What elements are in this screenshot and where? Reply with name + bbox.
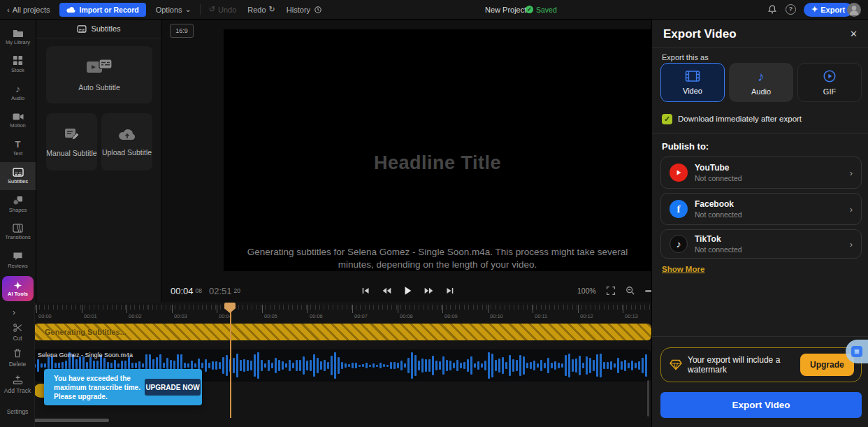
sidebar-item-reviews[interactable]: Reviews bbox=[0, 246, 36, 274]
music-note-icon: ♪ bbox=[758, 70, 765, 83]
publish-target-name: Facebook bbox=[695, 199, 742, 209]
auto-subtitle-label: Auto Subtitle bbox=[78, 83, 120, 92]
subtitles-header-icon bbox=[77, 25, 87, 33]
zoom-level[interactable]: 100% bbox=[577, 287, 596, 295]
upgrade-now-button[interactable]: UPGRADE NOW bbox=[145, 379, 201, 396]
back-to-projects[interactable]: ‹ All projects bbox=[7, 6, 50, 14]
help-button[interactable]: ? bbox=[786, 4, 796, 15]
waveform-bar bbox=[135, 363, 137, 369]
notifications-bell-button[interactable] bbox=[767, 4, 777, 15]
music-note-icon: ♪ bbox=[15, 84, 20, 94]
waveform-bar bbox=[390, 362, 392, 368]
aspect-ratio-button[interactable]: 16:9 bbox=[170, 24, 194, 38]
panel-divider bbox=[652, 336, 868, 337]
chevron-right-icon: › bbox=[850, 168, 853, 178]
waveform-bar bbox=[449, 361, 451, 370]
waveform-bar bbox=[359, 365, 361, 367]
play-button[interactable] bbox=[398, 283, 417, 298]
current-timecode: 00:04 08 bbox=[171, 286, 202, 296]
waveform-bar bbox=[498, 359, 500, 372]
sidebar-item-label: My Library bbox=[6, 39, 30, 45]
import-or-record-button[interactable]: Import or Record bbox=[59, 3, 145, 17]
sidebar-item-motion[interactable]: Motion bbox=[0, 106, 36, 134]
upgrade-button[interactable]: Upgrade bbox=[800, 354, 854, 376]
horizontal-scrollbar[interactable] bbox=[34, 419, 109, 422]
expand-rail-button[interactable]: › bbox=[13, 307, 15, 317]
publish-target-status: Not connected bbox=[695, 174, 742, 182]
sidebar-item-stock[interactable]: Stock bbox=[0, 50, 36, 78]
skip-to-end-button[interactable] bbox=[440, 283, 458, 298]
subtitle-track-clip[interactable]: Generating Subtitles... bbox=[34, 324, 651, 340]
manual-subtitle-label: Manual Subtitle bbox=[46, 149, 96, 157]
video-headline-text: Headline Title bbox=[224, 152, 651, 174]
download-checkbox[interactable]: ✓ bbox=[662, 114, 672, 124]
sidebar-item-ai-tools[interactable]: AI Tools bbox=[2, 276, 34, 301]
download-checkbox-label: Download immediately after export bbox=[678, 115, 802, 123]
fullscreen-icon[interactable] bbox=[606, 286, 616, 296]
waveform-bar bbox=[502, 357, 504, 374]
waveform-bar bbox=[505, 362, 507, 370]
sidebar-item-audio[interactable]: ♪ Audio bbox=[0, 78, 36, 106]
left-sidebar: My Library Stock ♪ Audio Motion T Text S… bbox=[0, 20, 36, 302]
waveform-bar bbox=[320, 361, 322, 370]
upload-cloud-icon bbox=[118, 127, 136, 141]
delete-button[interactable]: Delete bbox=[0, 348, 35, 368]
export-as-label: Export this as bbox=[662, 53, 709, 61]
options-menu[interactable]: Options ⌄ bbox=[156, 5, 191, 14]
fast-forward-button[interactable] bbox=[419, 283, 437, 298]
waveform-bar bbox=[544, 363, 546, 369]
avatar[interactable] bbox=[847, 3, 861, 17]
add-track-button[interactable]: Add Track bbox=[0, 375, 35, 394]
skip-to-start-button[interactable] bbox=[356, 283, 375, 298]
publish-row-tiktok[interactable]: ♪ TikTok Not connected › bbox=[660, 229, 862, 259]
history-button[interactable]: History bbox=[287, 6, 322, 14]
format-option-gif[interactable]: GIF bbox=[797, 63, 862, 102]
waveform-bar bbox=[226, 355, 228, 377]
topbar-export-button[interactable]: ✦ Export bbox=[804, 3, 853, 17]
export-video-button[interactable]: Export Video bbox=[660, 392, 862, 418]
waveform-bar bbox=[257, 352, 259, 379]
waveform-bar bbox=[635, 363, 637, 368]
video-frame[interactable]: Headline Title Generating subtitles for … bbox=[224, 29, 651, 271]
folder-icon bbox=[13, 28, 24, 38]
waveform-bar bbox=[481, 363, 483, 368]
waveform-bar bbox=[201, 363, 203, 368]
floating-shortcuts-widget[interactable]: ▦ bbox=[846, 340, 868, 363]
auto-subtitle-button[interactable]: Auto Subtitle bbox=[46, 46, 152, 103]
waveform-bar bbox=[163, 363, 165, 369]
sidebar-item-subtitles[interactable]: Subtitles bbox=[0, 162, 36, 190]
format-option-audio[interactable]: ♪ Audio bbox=[729, 63, 793, 102]
publish-row-facebook[interactable]: f Facebook Not connected › bbox=[660, 193, 862, 225]
waveform-bar bbox=[411, 352, 413, 379]
cut-button[interactable]: Cut bbox=[0, 323, 35, 342]
waveform-bar bbox=[131, 363, 133, 369]
waveform-bar bbox=[240, 360, 242, 372]
waveform-bar bbox=[299, 360, 301, 370]
sidebar-item-transitions[interactable]: Transitions bbox=[0, 218, 36, 246]
timeline-ruler[interactable] bbox=[35, 305, 651, 321]
waveform-bar bbox=[187, 363, 189, 368]
publish-row-youtube[interactable]: YouTube Not connected › bbox=[660, 157, 862, 189]
settings-button[interactable]: Settings bbox=[0, 408, 35, 415]
format-option-video[interactable]: Video bbox=[660, 63, 725, 102]
upload-subtitle-button[interactable]: Upload Subtitle bbox=[101, 113, 152, 171]
waveform-bar bbox=[212, 361, 214, 369]
close-export-panel-button[interactable]: ✕ bbox=[850, 29, 858, 39]
rewind-button[interactable] bbox=[377, 283, 396, 298]
project-name[interactable]: New Project bbox=[485, 6, 526, 14]
show-more-link[interactable]: Show More bbox=[662, 265, 704, 273]
undo-button[interactable]: ↺ Undo bbox=[209, 5, 237, 14]
sidebar-item-my-library[interactable]: My Library bbox=[0, 22, 36, 50]
export-panel-title: Export Video bbox=[663, 27, 737, 41]
history-label: History bbox=[287, 6, 310, 14]
waveform-bar bbox=[366, 363, 368, 368]
timeline-tool-rail: › Cut Delete Add Track Settings bbox=[0, 302, 35, 427]
manual-subtitle-button[interactable]: Manual Subtitle bbox=[46, 113, 97, 171]
sidebar-item-text[interactable]: T Text bbox=[0, 134, 36, 162]
sidebar-item-shapes[interactable]: Shapes bbox=[0, 190, 36, 218]
vertical-scrollbar[interactable] bbox=[647, 380, 649, 417]
publish-to-label: Publish to: bbox=[662, 141, 709, 152]
waveform-bar bbox=[642, 358, 644, 373]
zoom-out-icon[interactable] bbox=[625, 286, 635, 296]
redo-button[interactable]: Redo ↻ bbox=[247, 5, 275, 14]
